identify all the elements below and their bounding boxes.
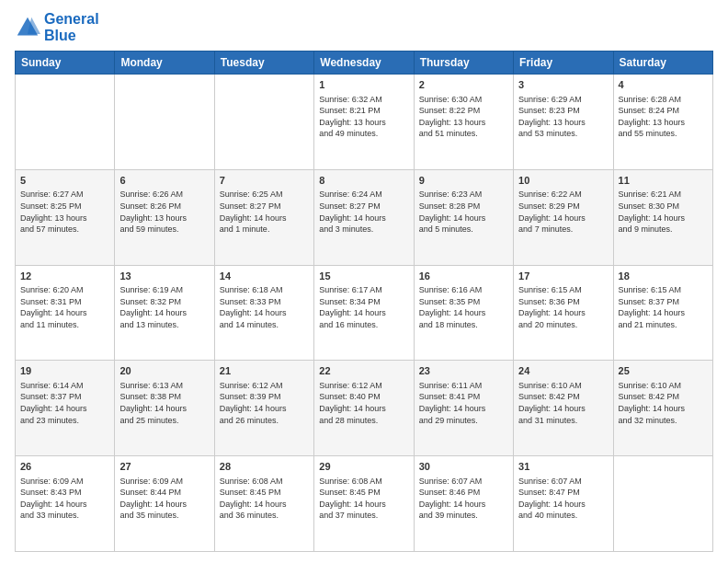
header: General Blue [15,11,713,43]
day-content: Sunrise: 6:09 AM Sunset: 8:43 PM Dayligh… [20,476,109,522]
day-content: Sunrise: 6:14 AM Sunset: 8:37 PM Dayligh… [20,380,109,426]
day-content: Sunrise: 6:12 AM Sunset: 8:40 PM Dayligh… [319,380,408,426]
day-content: Sunrise: 6:17 AM Sunset: 8:34 PM Dayligh… [319,284,408,330]
day-number: 22 [319,364,408,378]
day-number: 26 [20,460,109,474]
day-number: 27 [119,460,209,474]
calendar-cell: 31Sunrise: 6:07 AM Sunset: 8:47 PM Dayli… [514,456,613,552]
day-content: Sunrise: 6:30 AM Sunset: 8:22 PM Dayligh… [419,94,508,140]
day-number: 30 [419,460,508,474]
calendar-cell: 19Sunrise: 6:14 AM Sunset: 8:37 PM Dayli… [16,361,115,456]
day-number: 18 [619,270,708,283]
calendar-cell: 30Sunrise: 6:07 AM Sunset: 8:46 PM Dayli… [414,456,513,552]
day-number: 31 [518,460,608,474]
calendar-cell [16,75,115,170]
day-content: Sunrise: 6:13 AM Sunset: 8:38 PM Dayligh… [119,380,209,426]
day-content: Sunrise: 6:07 AM Sunset: 8:46 PM Dayligh… [419,476,508,522]
day-number: 2 [419,78,508,92]
calendar-cell: 10Sunrise: 6:22 AM Sunset: 8:29 PM Dayli… [514,169,613,265]
day-content: Sunrise: 6:09 AM Sunset: 8:44 PM Dayligh… [119,476,209,522]
calendar-cell: 18Sunrise: 6:15 AM Sunset: 8:37 PM Dayli… [613,265,712,361]
calendar-cell: 29Sunrise: 6:08 AM Sunset: 8:45 PM Dayli… [314,456,414,552]
calendar-cell: 23Sunrise: 6:11 AM Sunset: 8:41 PM Dayli… [414,361,513,456]
calendar-cell [613,456,712,552]
day-number: 1 [319,78,408,92]
calendar-cell: 17Sunrise: 6:15 AM Sunset: 8:36 PM Dayli… [514,265,613,361]
day-content: Sunrise: 6:15 AM Sunset: 8:36 PM Dayligh… [518,284,608,330]
calendar-cell [214,75,313,170]
day-number: 20 [119,364,209,378]
day-content: Sunrise: 6:11 AM Sunset: 8:41 PM Dayligh… [419,380,508,426]
day-content: Sunrise: 6:22 AM Sunset: 8:29 PM Dayligh… [518,189,608,235]
calendar-table: SundayMondayTuesdayWednesdayThursdayFrid… [15,51,713,552]
day-content: Sunrise: 6:08 AM Sunset: 8:45 PM Dayligh… [220,476,309,522]
calendar-cell: 16Sunrise: 6:16 AM Sunset: 8:35 PM Dayli… [414,265,513,361]
logo: General Blue [15,11,99,43]
calendar-cell: 7Sunrise: 6:25 AM Sunset: 8:27 PM Daylig… [214,169,313,265]
day-number: 23 [419,364,508,378]
logo-icon [15,15,40,40]
day-number: 12 [20,270,109,283]
calendar-cell: 21Sunrise: 6:12 AM Sunset: 8:39 PM Dayli… [214,361,313,456]
calendar-cell: 8Sunrise: 6:24 AM Sunset: 8:27 PM Daylig… [314,169,414,265]
col-header-monday: Monday [115,52,214,75]
day-number: 3 [518,78,608,92]
day-number: 24 [518,364,608,378]
calendar-cell: 4Sunrise: 6:28 AM Sunset: 8:24 PM Daylig… [613,75,712,170]
logo-text-general: General [44,11,99,28]
col-header-tuesday: Tuesday [214,52,313,75]
day-content: Sunrise: 6:26 AM Sunset: 8:26 PM Dayligh… [119,189,209,235]
day-number: 25 [619,364,708,378]
day-number: 17 [518,270,608,283]
day-number: 21 [220,364,309,378]
calendar-cell: 25Sunrise: 6:10 AM Sunset: 8:42 PM Dayli… [613,361,712,456]
calendar-cell: 26Sunrise: 6:09 AM Sunset: 8:43 PM Dayli… [16,456,115,552]
calendar-cell: 11Sunrise: 6:21 AM Sunset: 8:30 PM Dayli… [613,169,712,265]
day-content: Sunrise: 6:12 AM Sunset: 8:39 PM Dayligh… [220,380,309,426]
day-content: Sunrise: 6:25 AM Sunset: 8:27 PM Dayligh… [220,189,309,235]
day-number: 7 [220,174,309,188]
day-content: Sunrise: 6:20 AM Sunset: 8:31 PM Dayligh… [20,284,109,330]
day-number: 14 [220,270,309,283]
calendar-cell: 20Sunrise: 6:13 AM Sunset: 8:38 PM Dayli… [115,361,214,456]
calendar-cell: 3Sunrise: 6:29 AM Sunset: 8:23 PM Daylig… [514,75,613,170]
calendar-cell: 14Sunrise: 6:18 AM Sunset: 8:33 PM Dayli… [214,265,313,361]
calendar-cell: 2Sunrise: 6:30 AM Sunset: 8:22 PM Daylig… [414,75,513,170]
calendar-cell: 22Sunrise: 6:12 AM Sunset: 8:40 PM Dayli… [314,361,414,456]
day-content: Sunrise: 6:10 AM Sunset: 8:42 PM Dayligh… [518,380,608,426]
day-content: Sunrise: 6:27 AM Sunset: 8:25 PM Dayligh… [20,189,109,235]
day-content: Sunrise: 6:29 AM Sunset: 8:23 PM Dayligh… [518,94,608,140]
day-number: 13 [119,270,209,283]
day-content: Sunrise: 6:28 AM Sunset: 8:24 PM Dayligh… [619,94,708,140]
day-content: Sunrise: 6:16 AM Sunset: 8:35 PM Dayligh… [419,284,508,330]
col-header-thursday: Thursday [414,52,513,75]
day-content: Sunrise: 6:07 AM Sunset: 8:47 PM Dayligh… [518,476,608,522]
calendar-cell: 27Sunrise: 6:09 AM Sunset: 8:44 PM Dayli… [115,456,214,552]
calendar-cell: 28Sunrise: 6:08 AM Sunset: 8:45 PM Dayli… [214,456,313,552]
day-number: 8 [319,174,408,188]
day-number: 28 [220,460,309,474]
day-content: Sunrise: 6:10 AM Sunset: 8:42 PM Dayligh… [619,380,708,426]
calendar-cell: 6Sunrise: 6:26 AM Sunset: 8:26 PM Daylig… [115,169,214,265]
day-number: 29 [319,460,408,474]
day-content: Sunrise: 6:23 AM Sunset: 8:28 PM Dayligh… [419,189,508,235]
calendar-cell: 1Sunrise: 6:32 AM Sunset: 8:21 PM Daylig… [314,75,414,170]
day-content: Sunrise: 6:18 AM Sunset: 8:33 PM Dayligh… [220,284,309,330]
day-content: Sunrise: 6:32 AM Sunset: 8:21 PM Dayligh… [319,94,408,140]
calendar-cell: 15Sunrise: 6:17 AM Sunset: 8:34 PM Dayli… [314,265,414,361]
col-header-sunday: Sunday [16,52,115,75]
col-header-saturday: Saturday [613,52,712,75]
day-number: 15 [319,270,408,283]
calendar-cell: 9Sunrise: 6:23 AM Sunset: 8:28 PM Daylig… [414,169,513,265]
calendar-cell: 5Sunrise: 6:27 AM Sunset: 8:25 PM Daylig… [16,169,115,265]
day-number: 11 [619,174,708,188]
day-number: 6 [119,174,209,188]
calendar-cell: 12Sunrise: 6:20 AM Sunset: 8:31 PM Dayli… [16,265,115,361]
day-number: 10 [518,174,608,188]
logo-text-blue: Blue [44,28,99,44]
day-content: Sunrise: 6:24 AM Sunset: 8:27 PM Dayligh… [319,189,408,235]
calendar-cell: 24Sunrise: 6:10 AM Sunset: 8:42 PM Dayli… [514,361,613,456]
col-header-wednesday: Wednesday [314,52,414,75]
day-content: Sunrise: 6:21 AM Sunset: 8:30 PM Dayligh… [619,189,708,235]
col-header-friday: Friday [514,52,613,75]
